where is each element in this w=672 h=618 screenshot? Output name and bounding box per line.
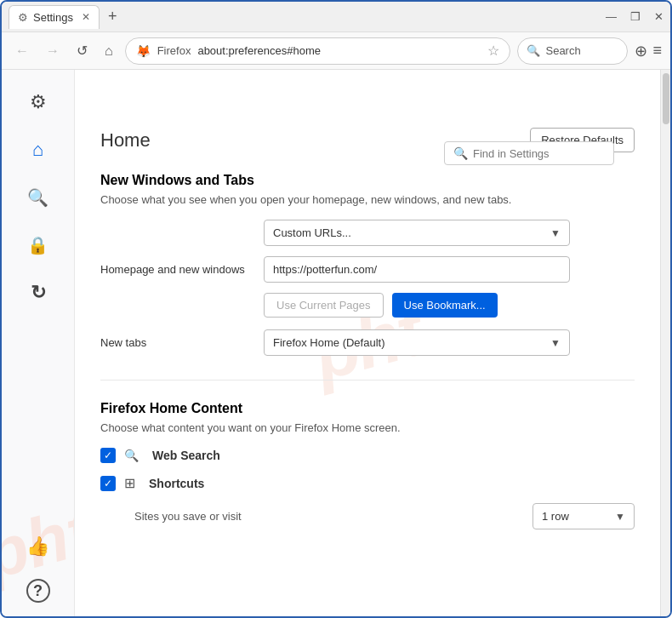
maximize-button[interactable]: ❒	[630, 10, 641, 23]
sidebar-item-search[interactable]: 🔍	[23, 182, 54, 213]
sidebar-item-help[interactable]: ?	[26, 579, 50, 603]
page-title: Home	[100, 129, 151, 152]
new-tabs-label: New tabs	[100, 336, 253, 349]
find-bar-search-icon: 🔍	[453, 146, 468, 160]
tab-close-btn[interactable]: ✕	[82, 11, 90, 23]
sites-row: Sites you save or visit 1 row ▼	[100, 503, 635, 529]
settings-tab[interactable]: ⚙ Settings ✕	[9, 5, 100, 29]
custom-urls-value: Custom URLs...	[273, 226, 351, 239]
homepage-url-input[interactable]	[264, 256, 570, 283]
custom-urls-dropdown[interactable]: Custom URLs... ▼	[264, 220, 570, 246]
sites-row-dropdown[interactable]: 1 row ▼	[532, 503, 635, 529]
pocket-icon[interactable]: ⊕	[635, 42, 647, 60]
nav-search-bar[interactable]: 🔍 Search	[517, 37, 628, 65]
section-title-new-windows: New Windows and Tabs	[100, 173, 635, 188]
new-tabs-row: New tabs Firefox Home (Default) ▼	[100, 329, 635, 356]
section-title-firefox-home: Firefox Home Content	[100, 401, 635, 416]
use-current-pages-button[interactable]: Use Current Pages	[264, 293, 384, 318]
settings-main: pht 🔍 Home Restore Defaults New Windows …	[75, 70, 660, 616]
sidebar-item-home[interactable]: ⌂	[23, 134, 54, 165]
nav-bar: ← → ↺ ⌂ 🦊 Firefox about:preferences#home…	[2, 32, 670, 70]
new-tabs-value: Firefox Home (Default)	[273, 336, 384, 349]
homepage-label: Homepage and new windows	[100, 263, 253, 276]
tab-settings-icon: ⚙	[18, 11, 28, 24]
web-search-checkbox[interactable]: ✓	[100, 448, 116, 463]
section-new-windows-tabs: New Windows and Tabs Choose what you see…	[100, 173, 635, 356]
sidebar: ⚙ ⌂ 🔍 🔒 ↻ 👍 ? pht	[2, 70, 75, 616]
homepage-row: Homepage and new windows	[100, 256, 635, 283]
firefox-icon: 🦊	[136, 44, 151, 58]
sites-label: Sites you save or visit	[134, 510, 242, 523]
sidebar-item-sync[interactable]: ↻	[23, 278, 54, 308]
find-in-settings-input[interactable]	[473, 147, 592, 160]
section-divider	[100, 380, 635, 381]
sidebar-item-privacy[interactable]: 🔒	[23, 230, 54, 260]
sidebar-item-settings[interactable]: ⚙	[23, 87, 54, 117]
find-in-settings-bar[interactable]: 🔍	[444, 141, 614, 165]
shortcuts-label: Shortcuts	[149, 477, 204, 490]
shortcuts-icon: ⊞	[124, 475, 135, 491]
section-desc-new-windows: Choose what you see when you open your h…	[100, 193, 635, 206]
bookmark-star-icon[interactable]: ☆	[487, 43, 499, 59]
new-tab-button[interactable]: +	[103, 8, 122, 26]
custom-urls-chevron-icon: ▼	[550, 227, 561, 239]
title-bar: ⚙ Settings ✕ + — ❒ ✕	[2, 2, 670, 32]
web-search-label: Web Search	[152, 449, 220, 462]
tab-label: Settings	[33, 11, 73, 24]
web-search-row: ✓ 🔍 Web Search	[100, 448, 635, 463]
minimize-button[interactable]: —	[606, 10, 617, 23]
content-area: ⚙ ⌂ 🔍 🔒 ↻ 👍 ? pht pht 🔍	[2, 70, 670, 616]
shortcuts-checkbox[interactable]: ✓	[100, 476, 116, 491]
section-desc-firefox-home: Choose what content you want on your Fir…	[100, 421, 635, 434]
new-tabs-dropdown[interactable]: Firefox Home (Default) ▼	[264, 329, 570, 356]
scrollbar[interactable]	[660, 70, 670, 616]
section-firefox-home-content: Firefox Home Content Choose what content…	[100, 401, 635, 529]
window-controls: — ❒ ✕	[606, 10, 663, 23]
home-button[interactable]: ⌂	[100, 40, 118, 62]
url-bar[interactable]: 🦊 Firefox about:preferences#home ☆	[125, 37, 511, 65]
nav-right-icons: ⊕ ≡	[635, 42, 662, 60]
sites-row-chevron-icon: ▼	[615, 511, 625, 523]
sidebar-item-bookmark[interactable]: 👍	[23, 531, 54, 562]
nav-search-icon: 🔍	[527, 44, 540, 57]
refresh-button[interactable]: ↺	[71, 39, 93, 62]
close-button[interactable]: ✕	[654, 10, 663, 23]
nav-search-label: Search	[545, 44, 580, 57]
use-bookmark-button[interactable]: Use Bookmark...	[392, 293, 498, 318]
url-text: about:preferences#home	[197, 44, 481, 57]
firefox-label: Firefox	[157, 44, 191, 57]
new-tabs-chevron-icon: ▼	[550, 337, 561, 349]
forward-button[interactable]: →	[41, 40, 65, 62]
web-search-icon: 🔍	[124, 449, 139, 462]
sites-row-value: 1 row	[542, 510, 569, 523]
browser-frame: ⚙ Settings ✕ + — ❒ ✕ ← → ↺ ⌂ 🦊 Firefox a…	[0, 0, 672, 618]
homepage-btn-row: Use Current Pages Use Bookmark...	[264, 293, 635, 318]
back-button[interactable]: ←	[10, 40, 34, 62]
menu-icon[interactable]: ≡	[652, 42, 662, 60]
shortcuts-row: ✓ ⊞ Shortcuts	[100, 475, 635, 491]
